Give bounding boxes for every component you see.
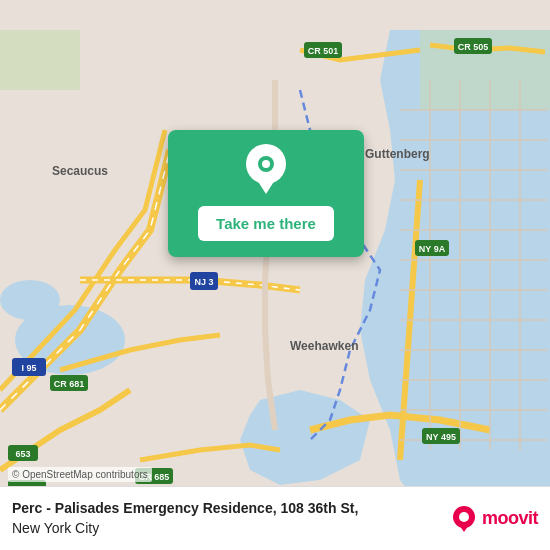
moovit-text: moovit <box>482 508 538 529</box>
location-card[interactable]: Take me there <box>168 130 364 257</box>
svg-text:CR 681: CR 681 <box>54 379 85 389</box>
svg-text:CR 501: CR 501 <box>308 46 339 56</box>
svg-text:Secaucus: Secaucus <box>52 164 108 178</box>
moovit-logo: moovit <box>450 505 538 533</box>
svg-rect-6 <box>0 30 80 90</box>
svg-text:Weehawken: Weehawken <box>290 339 358 353</box>
svg-text:NY 495: NY 495 <box>426 432 456 442</box>
location-name: Perc - Palisades Emergency Residence, 10… <box>12 499 358 519</box>
svg-text:I 95: I 95 <box>21 363 36 373</box>
svg-text:NY 9A: NY 9A <box>419 244 446 254</box>
osm-attribution: © OpenStreetMap contributors <box>8 467 152 482</box>
svg-marker-48 <box>252 172 280 194</box>
bottom-bar: Perc - Palisades Emergency Residence, 10… <box>0 486 550 550</box>
app-container: I 95 NJ 3 CR 501 CR 505 653 CR 681 CR 65… <box>0 0 550 550</box>
moovit-logo-pin <box>450 505 478 533</box>
svg-text:Guttenberg: Guttenberg <box>365 147 430 161</box>
svg-point-53 <box>459 512 469 522</box>
svg-point-50 <box>262 160 270 168</box>
location-pin-icon <box>244 144 288 196</box>
svg-point-5 <box>0 280 60 320</box>
svg-text:NJ 3: NJ 3 <box>194 277 213 287</box>
svg-text:CR 505: CR 505 <box>458 42 489 52</box>
svg-marker-52 <box>457 522 471 532</box>
bottom-bar-text: Perc - Palisades Emergency Residence, 10… <box>12 499 358 538</box>
svg-text:653: 653 <box>15 449 30 459</box>
take-me-there-button[interactable]: Take me there <box>198 206 334 241</box>
location-city: New York City <box>12 519 358 539</box>
